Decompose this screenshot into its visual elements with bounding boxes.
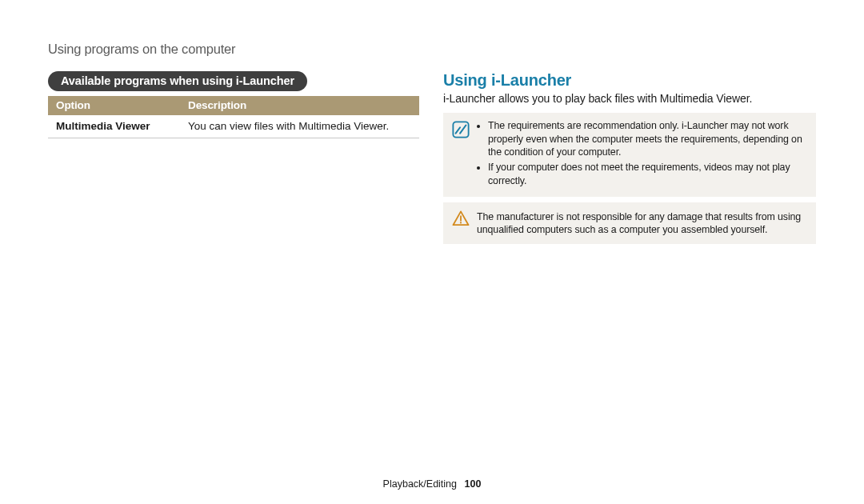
programs-table: Option Description Multimedia Viewer You… bbox=[48, 96, 419, 138]
right-column: Using i-Launcher i-Launcher allows you t… bbox=[443, 71, 816, 250]
note-list: The requirements are recommendation only… bbox=[477, 119, 805, 190]
note-item: If your computer does not meet the requi… bbox=[488, 161, 805, 187]
breadcrumb: Using programs on the computer bbox=[48, 42, 816, 57]
section-pill-header: Available programs when using i-Launcher bbox=[48, 71, 307, 91]
cell-option: Multimedia Viewer bbox=[48, 115, 180, 138]
page-number: 100 bbox=[465, 478, 482, 490]
section-description: i-Launcher allows you to play back files… bbox=[443, 92, 816, 105]
table-row: Multimedia Viewer You can view files wit… bbox=[48, 115, 419, 138]
warning-text: The manufacturer is not responsible for … bbox=[477, 209, 805, 237]
note-item: The requirements are recommendation only… bbox=[488, 119, 805, 159]
warning-icon bbox=[451, 209, 470, 237]
left-column: Available programs when using i-Launcher… bbox=[48, 71, 419, 250]
svg-point-2 bbox=[460, 222, 462, 223]
page: Using programs on the computer Available… bbox=[0, 0, 864, 504]
two-column-layout: Available programs when using i-Launcher… bbox=[48, 71, 816, 250]
svg-rect-0 bbox=[453, 122, 468, 137]
page-footer: Playback/Editing 100 bbox=[0, 478, 864, 490]
section-title: Using i-Launcher bbox=[443, 71, 816, 90]
table-header-row: Option Description bbox=[48, 96, 419, 115]
th-description: Description bbox=[180, 96, 419, 115]
th-option: Option bbox=[48, 96, 180, 115]
cell-description: You can view files with Multimedia Viewe… bbox=[180, 115, 419, 138]
note-icon bbox=[451, 119, 470, 190]
note-callout: The requirements are recommendation only… bbox=[443, 113, 816, 197]
warning-callout: The manufacturer is not responsible for … bbox=[443, 202, 816, 244]
footer-section: Playback/Editing bbox=[383, 478, 457, 490]
